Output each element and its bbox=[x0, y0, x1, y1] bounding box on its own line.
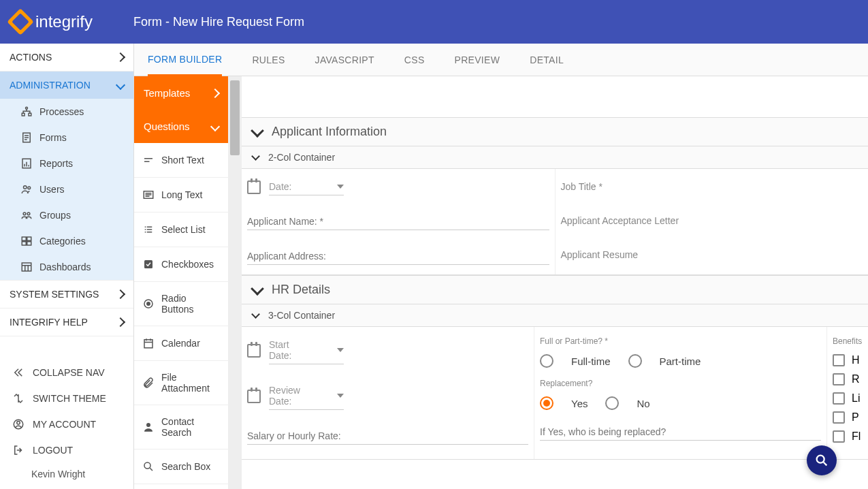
checkbox-h[interactable] bbox=[833, 354, 845, 366]
svg-point-22 bbox=[144, 462, 150, 469]
logout-icon bbox=[12, 444, 25, 456]
account-icon bbox=[12, 418, 25, 430]
container-3col[interactable]: 3-Col Container bbox=[242, 304, 868, 327]
sidebar-item-categories[interactable]: Categories bbox=[0, 228, 133, 254]
calendar-icon bbox=[247, 180, 261, 194]
svg-rect-2 bbox=[29, 113, 31, 116]
sidebar-item-groups[interactable]: Groups bbox=[0, 202, 133, 228]
radio-icon bbox=[142, 298, 155, 310]
section-applicant-info[interactable]: Applicant Information bbox=[242, 117, 868, 146]
reports-icon bbox=[20, 157, 33, 170]
salary-field[interactable] bbox=[247, 428, 528, 445]
svg-point-0 bbox=[26, 107, 28, 109]
palette-scrollbar[interactable] bbox=[228, 76, 242, 489]
tab-rules[interactable]: RULES bbox=[252, 45, 285, 75]
select-list-icon bbox=[142, 223, 155, 236]
svg-point-6 bbox=[28, 187, 31, 189]
nav-administration[interactable]: ADMINISTRATION bbox=[0, 72, 133, 99]
palette-file-attachment[interactable]: File Attachment bbox=[134, 361, 228, 405]
chevron-down-icon bbox=[210, 121, 220, 131]
palette-radio-buttons[interactable]: Radio Buttons bbox=[134, 282, 228, 326]
svg-rect-11 bbox=[22, 242, 26, 245]
search-icon bbox=[814, 453, 829, 468]
applicant-name-field[interactable] bbox=[247, 213, 549, 230]
question-palette: Templates Questions Short Text Long Text… bbox=[134, 76, 242, 489]
groups-icon bbox=[20, 209, 33, 221]
svg-rect-17 bbox=[144, 260, 152, 268]
search-fab[interactable] bbox=[807, 445, 837, 475]
palette-email[interactable]: Email bbox=[134, 484, 228, 489]
svg-rect-12 bbox=[27, 242, 31, 245]
calendar-icon bbox=[247, 390, 261, 403]
palette-calendar[interactable]: Calendar bbox=[134, 326, 228, 361]
radio-yes[interactable] bbox=[540, 396, 553, 410]
radio-parttime[interactable] bbox=[628, 354, 642, 368]
svg-point-8 bbox=[27, 212, 30, 215]
nav-help[interactable]: INTEGRIFY HELP bbox=[0, 309, 133, 336]
logout-button[interactable]: LOGOUT bbox=[0, 437, 133, 463]
section-hr-details[interactable]: HR Details bbox=[242, 275, 868, 304]
nav-system-settings[interactable]: SYSTEM SETTINGS bbox=[0, 281, 133, 308]
radio-no[interactable] bbox=[605, 396, 619, 410]
collapse-icon[interactable] bbox=[251, 310, 260, 319]
page-title: Form - New Hire Request Form bbox=[133, 15, 304, 29]
tab-javascript[interactable]: JAVASCRIPT bbox=[315, 45, 374, 75]
checkbox-icon bbox=[142, 258, 155, 270]
svg-rect-9 bbox=[22, 237, 26, 240]
processes-icon bbox=[20, 106, 33, 118]
palette-contact-search[interactable]: Contact Search bbox=[134, 405, 228, 449]
palette-long-text[interactable]: Long Text bbox=[134, 178, 228, 212]
benefits-label: Benefits bbox=[833, 336, 863, 346]
checkbox-fl[interactable] bbox=[833, 430, 845, 443]
sidebar-item-forms[interactable]: Forms bbox=[0, 125, 133, 151]
scrollbar-thumb[interactable] bbox=[230, 80, 240, 155]
palette-search-box[interactable]: Search Box bbox=[134, 449, 228, 484]
form-canvas: Applicant Information 2-Col Container Da… bbox=[242, 76, 868, 489]
form-tabs: FORM BUILDER RULES JAVASCRIPT CSS PREVIE… bbox=[134, 44, 868, 76]
applicant-address-field[interactable] bbox=[247, 248, 549, 265]
nav-actions[interactable]: ACTIONS bbox=[0, 44, 133, 71]
tab-preview[interactable]: PREVIEW bbox=[455, 45, 500, 75]
checkbox-li[interactable] bbox=[833, 392, 845, 405]
attachment-icon bbox=[142, 377, 155, 389]
sidebar-item-processes[interactable]: Processes bbox=[0, 99, 133, 125]
sidebar-item-dashboards[interactable]: Dashboards bbox=[0, 254, 133, 280]
radio-fulltime[interactable] bbox=[540, 354, 553, 368]
sidebar-item-reports[interactable]: Reports bbox=[0, 151, 133, 176]
search-icon bbox=[142, 460, 155, 473]
palette-templates[interactable]: Templates bbox=[134, 76, 228, 110]
container-2col[interactable]: 2-Col Container bbox=[242, 146, 868, 169]
palette-checkboxes[interactable]: Checkboxes bbox=[134, 247, 228, 282]
tab-css[interactable]: CSS bbox=[404, 45, 425, 75]
palette-select-list[interactable]: Select List bbox=[134, 212, 228, 247]
svg-rect-1 bbox=[22, 113, 25, 116]
categories-icon bbox=[20, 235, 33, 247]
logo-icon bbox=[7, 8, 34, 35]
palette-questions[interactable]: Questions bbox=[134, 110, 228, 143]
current-user: Kevin Wright bbox=[0, 463, 133, 489]
checkbox-p[interactable] bbox=[833, 411, 845, 424]
replaced-who-field[interactable] bbox=[540, 424, 821, 441]
tab-form-builder[interactable]: FORM BUILDER bbox=[148, 44, 222, 76]
dropdown-icon bbox=[337, 185, 344, 189]
long-text-icon bbox=[142, 189, 155, 201]
date-field[interactable]: Date: bbox=[269, 178, 344, 195]
palette-short-text[interactable]: Short Text bbox=[134, 143, 228, 178]
switch-theme-button[interactable]: SWITCH THEME bbox=[0, 385, 133, 411]
dropdown-icon bbox=[337, 348, 344, 352]
review-date-field[interactable]: Review Date: bbox=[269, 382, 344, 410]
svg-point-24 bbox=[817, 456, 824, 463]
checkbox-r[interactable] bbox=[833, 373, 845, 385]
sidebar-item-users[interactable]: Users bbox=[0, 176, 133, 202]
start-date-field[interactable]: Start Date: bbox=[269, 336, 344, 364]
svg-point-15 bbox=[17, 422, 20, 425]
resume-field[interactable]: Applicant Resume bbox=[561, 247, 863, 263]
job-title-field[interactable]: Job Title * bbox=[561, 178, 863, 195]
tab-detail[interactable]: DETAIL bbox=[530, 45, 564, 75]
collapse-icon[interactable] bbox=[251, 282, 264, 296]
my-account-button[interactable]: MY ACCOUNT bbox=[0, 411, 133, 437]
collapse-icon[interactable] bbox=[251, 124, 264, 138]
acceptance-letter-field[interactable]: Applicant Acceptance Letter bbox=[561, 212, 863, 229]
collapse-nav-button[interactable]: COLLAPSE NAV bbox=[0, 360, 133, 385]
collapse-icon[interactable] bbox=[251, 152, 260, 161]
